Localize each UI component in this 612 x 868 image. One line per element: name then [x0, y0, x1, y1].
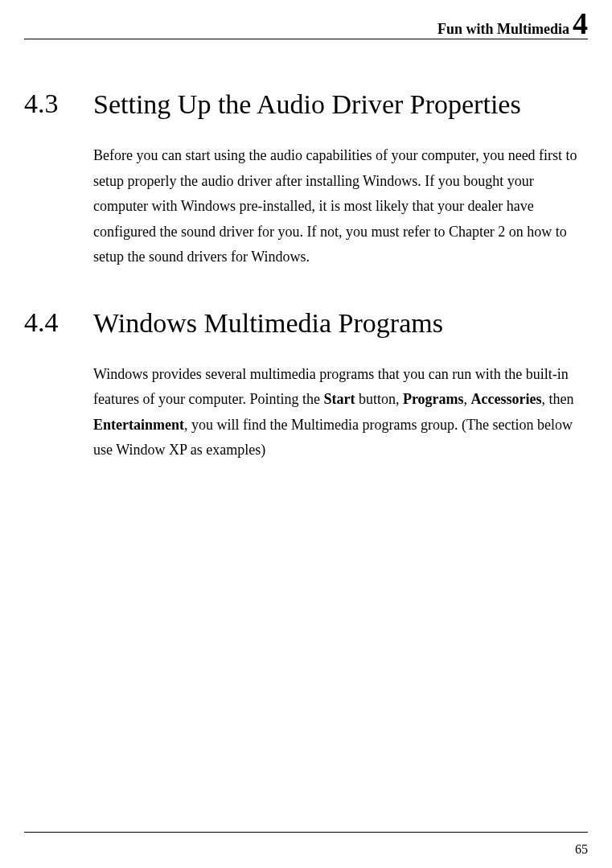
page-content: 4.3 Setting Up the Audio Driver Properti… — [24, 87, 588, 463]
body-text-part: , then — [542, 391, 574, 407]
bold-term: Start — [323, 391, 355, 407]
body-text-part: button, — [355, 391, 403, 407]
section-body: Before you can start using the audio cap… — [93, 143, 588, 270]
section-number: 4.3 — [24, 87, 93, 121]
section-heading: 4.3 Setting Up the Audio Driver Properti… — [24, 87, 588, 122]
header-divider — [24, 39, 588, 39]
bold-term: Entertainment — [93, 417, 184, 433]
section-number: 4.4 — [24, 306, 93, 340]
section-body: Windows provides several multimedia prog… — [93, 362, 588, 463]
header-chapter-number: 4 — [573, 8, 588, 39]
footer-divider — [24, 832, 588, 833]
section-title: Windows Multimedia Programs — [93, 306, 588, 341]
bold-term: Programs — [403, 391, 464, 407]
header-title: Fun with Multimedia — [437, 21, 569, 38]
page-header: Fun with Multimedia 4 — [437, 8, 588, 39]
bold-term: Accessories — [471, 391, 542, 407]
section-title: Setting Up the Audio Driver Properties — [93, 87, 588, 122]
body-text-part: , — [464, 391, 471, 407]
section-heading: 4.4 Windows Multimedia Programs — [24, 306, 588, 341]
page-number: 65 — [575, 842, 588, 857]
